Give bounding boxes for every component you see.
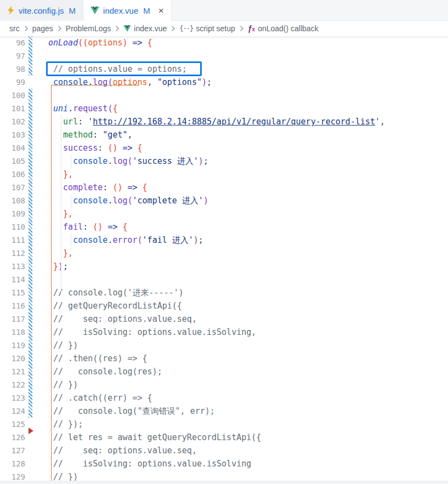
- line-number: 127: [0, 444, 25, 457]
- line-number: 114: [0, 273, 25, 286]
- line-number: 105: [0, 155, 25, 168]
- code-line[interactable]: // console.log("查询错误", err);: [48, 405, 385, 418]
- code-line[interactable]: // });: [48, 418, 385, 431]
- line-number: 120: [0, 352, 25, 365]
- git-modified-badge: M: [69, 6, 76, 15]
- chevron-right-icon: [239, 25, 244, 32]
- line-number: 124: [0, 405, 25, 418]
- line-number: 101: [0, 102, 25, 115]
- line-number: 113: [0, 260, 25, 273]
- code-line[interactable]: },: [48, 207, 385, 220]
- bracket-guide-vertical: [51, 85, 52, 481]
- line-number: 123: [0, 391, 25, 405]
- line-number: 103: [0, 128, 25, 141]
- indent-guide: [71, 234, 71, 247]
- line-number: 112: [0, 247, 25, 260]
- bracket-guide-horizontal: [51, 85, 139, 86]
- code-line[interactable]: [48, 89, 385, 102]
- symbol-method-icon: ƒx: [248, 24, 255, 33]
- line-number: 107: [0, 181, 25, 194]
- line-number: 128: [0, 457, 25, 470]
- breadcrumb-item-pages[interactable]: pages: [32, 24, 53, 33]
- line-number: 121: [0, 365, 25, 378]
- code-line[interactable]: // seq: options.value.seq,: [48, 312, 385, 326]
- code-content[interactable]: onLoad((options) => { // options.value =…: [48, 36, 385, 483]
- code-line[interactable]: uni.request({: [48, 102, 385, 115]
- line-number: 110: [0, 220, 25, 234]
- code-line[interactable]: // .then((res) => {: [48, 352, 385, 365]
- vue-logo-icon: [90, 7, 99, 14]
- line-number: 111: [0, 234, 25, 247]
- highlight-box: [46, 61, 202, 76]
- vscode-editor-window: vite.config.js M index.vue M × src pages…: [0, 0, 448, 484]
- symbol-module-icon: {··}: [179, 25, 193, 32]
- code-line[interactable]: });: [48, 260, 385, 273]
- line-number: 117: [0, 312, 25, 326]
- breadcrumb-item-script-setup[interactable]: script setup: [196, 24, 235, 33]
- indent-guide: [61, 115, 61, 296]
- code-line[interactable]: // isSolving: options.value.isSolving: [48, 457, 385, 470]
- tab-index-vue[interactable]: index.vue M ×: [83, 0, 172, 21]
- code-line[interactable]: // let res = await getQueryRecordListApi…: [48, 431, 385, 444]
- indent-guide: [71, 194, 71, 207]
- line-number: 108: [0, 194, 25, 207]
- editor-tab-bar: vite.config.js M index.vue M ×: [0, 0, 448, 21]
- gutter-modified-indicator[interactable]: [29, 36, 32, 76]
- line-number: 126: [0, 431, 25, 444]
- line-number: 106: [0, 168, 25, 181]
- breadcrumb-item-problemlogs[interactable]: ProblemLogs: [66, 24, 111, 33]
- close-tab-icon[interactable]: ×: [158, 6, 164, 15]
- code-line[interactable]: console.log('success 进入');: [48, 155, 385, 168]
- line-number: 96: [0, 36, 25, 49]
- tab-label: vite.config.js: [19, 6, 64, 15]
- code-line[interactable]: // getQueryRecordListApi({: [48, 299, 385, 312]
- line-number: 98: [0, 62, 25, 76]
- line-number: 100: [0, 89, 25, 102]
- line-number: 97: [0, 49, 25, 62]
- line-number: 99: [0, 76, 25, 89]
- code-editor[interactable]: 9697989910010110210310410510610710810911…: [0, 36, 448, 481]
- code-line[interactable]: // seq: options.value.seq,: [48, 444, 385, 457]
- gutter-deleted-indicator[interactable]: [29, 428, 33, 434]
- vue-logo-icon: [123, 25, 131, 32]
- code-line[interactable]: // }): [48, 339, 385, 352]
- line-number: 122: [0, 378, 25, 391]
- breadcrumb: src pages ProblemLogs index.vue {··} scr…: [0, 21, 448, 36]
- code-line[interactable]: [48, 273, 385, 286]
- git-modified-badge: M: [143, 6, 150, 15]
- breadcrumb-item-index-vue[interactable]: index.vue: [134, 24, 167, 33]
- code-line[interactable]: // isSolving: options.value.isSolving,: [48, 326, 385, 339]
- vite-bolt-icon: [7, 6, 15, 15]
- line-number: 115: [0, 286, 25, 299]
- code-line[interactable]: method: "get",: [48, 128, 385, 141]
- breadcrumb-item-src[interactable]: src: [9, 24, 20, 33]
- code-line[interactable]: fail: () => {: [48, 220, 385, 234]
- gutter-modified-indicator[interactable]: [29, 89, 32, 418]
- code-line[interactable]: // console.log('进来-----'): [48, 286, 385, 299]
- line-number: 125: [0, 418, 25, 431]
- code-line[interactable]: complete: () => {: [48, 181, 385, 194]
- chevron-right-icon: [24, 25, 29, 32]
- code-line[interactable]: console.error('fail 进入');: [48, 234, 385, 247]
- code-line[interactable]: success: () => {: [48, 141, 385, 155]
- horizontal-scrollbar-track[interactable]: [0, 481, 448, 484]
- code-line[interactable]: [48, 49, 385, 62]
- indent-guide: [71, 155, 71, 168]
- code-line[interactable]: // .catch((err) => {: [48, 391, 385, 405]
- code-line[interactable]: console.log('complete 进入'): [48, 194, 385, 207]
- chevron-right-icon: [115, 25, 120, 32]
- line-number: 119: [0, 339, 25, 352]
- code-line[interactable]: url: 'http://192.168.2.14:8885/api/v1/re…: [48, 115, 385, 128]
- line-number: 118: [0, 326, 25, 339]
- code-line[interactable]: // console.log(res);: [48, 365, 385, 378]
- tab-vite-config-js[interactable]: vite.config.js M: [0, 0, 83, 21]
- code-line[interactable]: },: [48, 247, 385, 260]
- line-number: 104: [0, 141, 25, 155]
- code-line[interactable]: onLoad((options) => {: [48, 36, 385, 49]
- breadcrumb-item-onload-callback[interactable]: onLoad() callback: [258, 24, 319, 33]
- code-line[interactable]: // }): [48, 378, 385, 391]
- code-line[interactable]: },: [48, 168, 385, 181]
- code-line[interactable]: console.log(options, "options");: [48, 76, 385, 89]
- chevron-right-icon: [57, 25, 62, 32]
- line-number: 116: [0, 299, 25, 312]
